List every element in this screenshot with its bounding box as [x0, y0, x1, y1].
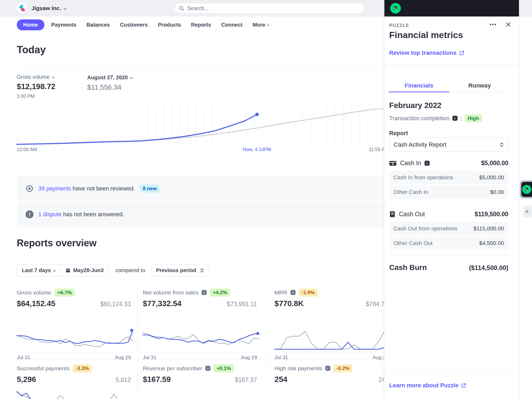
- chevron-down-icon: [63, 7, 66, 10]
- review-top-transactions-link[interactable]: Review top transactions: [389, 49, 464, 56]
- card-value: $64,152.45: [17, 299, 55, 308]
- select-chevrons-icon: [200, 268, 204, 273]
- completion-label: Transaction completion: [389, 115, 450, 122]
- chevron-down-icon: [130, 76, 133, 79]
- jigsaw-logo-icon[interactable]: [16, 3, 28, 14]
- cash-out-label: Cash Out: [399, 211, 425, 218]
- puzzle-logo-icon: [390, 3, 401, 14]
- divider: [17, 66, 384, 66]
- transaction-completion-row: Transaction completion i | High: [389, 114, 482, 122]
- info-icon[interactable]: i: [202, 290, 207, 295]
- app-dock-tray: [520, 180, 532, 198]
- today-volume-chart: [17, 104, 384, 146]
- payments-review-notice: 39 payments have not been reviewed. 8 ne…: [17, 176, 391, 201]
- puzzle-app-button[interactable]: [521, 182, 532, 197]
- nav-item-home[interactable]: Home: [17, 19, 44, 30]
- payments-link[interactable]: 39 payments: [38, 185, 71, 192]
- range-dropdown[interactable]: Last 7 days: [17, 264, 60, 276]
- delta-badge: +4.2%: [210, 289, 230, 297]
- search-icon: [179, 6, 184, 11]
- axis-label-start: 12:00 AM: [17, 147, 37, 152]
- calendar-icon: [65, 268, 70, 273]
- cash-in-row: Cash In from operations $5,000.00: [389, 171, 508, 184]
- card-high-risk-payments: High risk payments i -0.2% 254 245: [275, 364, 391, 399]
- account-switcher[interactable]: Jigsaw Inc.: [31, 5, 61, 11]
- panel-title: Financial metrics: [389, 30, 463, 40]
- card-label: Revenue per subscriber: [143, 365, 202, 372]
- info-icon[interactable]: i: [205, 366, 210, 371]
- separator: |: [460, 115, 462, 122]
- close-icon[interactable]: [505, 21, 512, 28]
- cash-burn-value: ($114,500.00): [469, 264, 508, 272]
- divider: [384, 65, 519, 65]
- tab-runway[interactable]: Runway: [449, 79, 510, 92]
- dispute-link[interactable]: 1 dispute: [38, 211, 61, 218]
- divider: [17, 352, 133, 352]
- search-input[interactable]: [187, 5, 360, 12]
- delta-badge: -1.9%: [299, 289, 318, 297]
- info-icon[interactable]: i: [290, 290, 296, 295]
- search-bar[interactable]: [174, 3, 364, 14]
- card-value: $167.59: [143, 375, 171, 384]
- card-value: $77,332.54: [143, 299, 181, 308]
- review-icon: [26, 185, 34, 193]
- divider: [143, 352, 259, 352]
- info-icon[interactable]: i: [452, 116, 458, 121]
- date-picker-button[interactable]: May28-Jun3: [60, 264, 109, 276]
- gross-volume-metric: Gross volume $12,198.72 1:00 PM: [17, 74, 55, 99]
- compare-period-select[interactable]: Previous period: [152, 264, 209, 276]
- gross-volume-value: $12,198.72: [17, 82, 55, 91]
- mrr-sparkline: [275, 321, 391, 351]
- cash-burn-row: Cash Burn ($114,500.00): [389, 263, 508, 272]
- cash-out-icon: [389, 211, 396, 218]
- chevron-down-icon: [53, 269, 56, 272]
- nav-item-payments[interactable]: Payments: [48, 19, 80, 30]
- chevron-down-icon: [52, 76, 55, 78]
- reports-overview-heading: Reports overview: [17, 238, 97, 249]
- nav-item-balances[interactable]: Balances: [83, 19, 113, 30]
- card-label: Successful payments: [17, 365, 69, 372]
- card-successful-payments: Successful payments -3.3% 5,296 5,812: [17, 364, 133, 399]
- card-label: Net volume from sales: [143, 289, 198, 296]
- nav-item-customers[interactable]: Customers: [117, 19, 151, 30]
- puzzle-brand-label: PUZZLE: [389, 23, 409, 28]
- plus-icon: +: [525, 207, 529, 216]
- add-app-button[interactable]: +: [523, 205, 532, 218]
- panel-tabs: Financials Runway: [389, 79, 510, 92]
- nav-item-reports[interactable]: Reports: [188, 19, 214, 30]
- card-value: $770.8K: [275, 299, 304, 308]
- cash-out-total: $119,500.00: [475, 211, 508, 218]
- compare-date-selector[interactable]: August 27, 2020: [87, 74, 132, 81]
- gross-volume-time: 1:00 PM: [17, 94, 55, 99]
- new-payments-badge: 8 new: [140, 185, 160, 193]
- dispute-notice: ! 1 dispute has not been answered.: [17, 202, 391, 227]
- delta-badge: -0.2%: [334, 364, 353, 372]
- report-select[interactable]: Cash Activity Report: [389, 138, 508, 152]
- external-link-icon: [459, 50, 464, 56]
- card-label: Gross volume: [17, 289, 51, 296]
- axis-label-end: Aug 29: [241, 355, 257, 360]
- nav-item-connect[interactable]: Connect: [218, 19, 246, 30]
- select-chevrons-icon: [500, 142, 504, 147]
- info-icon[interactable]: i: [425, 161, 430, 166]
- card-revenue-per-subscriber: Revenue per subscriber i +0.1% $167.59 $…: [143, 364, 259, 399]
- card-compare-value: 5,812: [115, 376, 131, 384]
- info-icon[interactable]: i: [325, 366, 330, 371]
- card-label: MRR: [275, 289, 287, 296]
- puzzle-panel-header: [384, 0, 519, 16]
- axis-label-start: Jul 31: [17, 355, 30, 360]
- gross-volume-selector[interactable]: Gross volume: [17, 74, 55, 80]
- delta-badge: +0.1%: [214, 364, 234, 372]
- external-link-icon: [461, 383, 466, 388]
- overflow-menu-icon[interactable]: [489, 23, 498, 26]
- card-compare-value: $60,124.33: [100, 301, 131, 308]
- nav-item-products[interactable]: Products: [155, 19, 184, 30]
- cash-burn-label: Cash Burn: [389, 263, 427, 272]
- tab-financials[interactable]: Financials: [389, 79, 449, 92]
- divider: [384, 374, 519, 374]
- payments-notice-text: 39 payments have not been reviewed.: [38, 185, 135, 192]
- divider: [17, 160, 384, 160]
- nav-item-more[interactable]: More: [250, 19, 273, 30]
- reports-cards-grid: Gross volume +6.7% $64,152.45 $60,124.33…: [17, 286, 391, 399]
- learn-more-link[interactable]: Learn more about Puzzle: [389, 382, 466, 389]
